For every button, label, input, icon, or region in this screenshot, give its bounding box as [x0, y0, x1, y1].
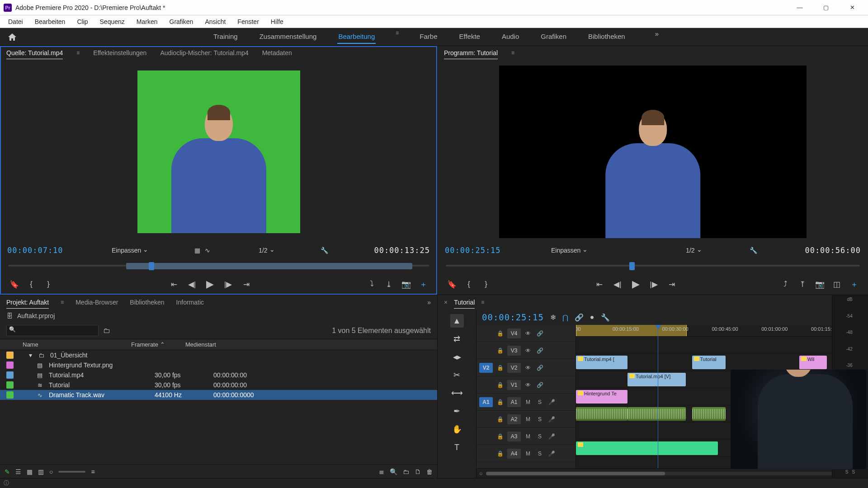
workspace-farbe[interactable]: Farbe [419, 30, 438, 44]
footer-automate-icon[interactable]: ≣ [379, 468, 384, 475]
program-goto-out-icon[interactable]: ⇥ [667, 280, 677, 289]
voice-over-icon[interactable]: 🎤 [547, 416, 556, 422]
tab-informatic[interactable]: Informatic [176, 296, 204, 308]
program-resolution-select[interactable]: 1/2 [683, 246, 702, 255]
menu-bearbeiten[interactable]: Bearbeiten [29, 17, 71, 27]
timeline-timecode[interactable]: 00:00:25:15 [482, 312, 544, 322]
sync-lock-icon[interactable]: 🔗 [535, 347, 544, 354]
source-step-back-icon[interactable]: ◀| [187, 280, 197, 289]
tl-nest-icon[interactable]: ❄ [550, 313, 556, 322]
menu-datei[interactable]: Datei [3, 17, 28, 27]
track-select-tool-icon[interactable]: ⇄ [450, 332, 464, 346]
menu-clip[interactable]: Clip [71, 17, 93, 27]
razor-tool-icon[interactable]: ✂ [450, 368, 464, 382]
home-icon[interactable] [6, 31, 18, 43]
tab-project-menu-icon[interactable]: ≡ [61, 299, 64, 305]
menu-marken[interactable]: Marken [131, 17, 163, 27]
source-insert-icon[interactable]: ⤵ [367, 280, 377, 289]
lock-icon[interactable]: 🔒 [495, 433, 505, 440]
footer-icon-view-icon[interactable]: ▦ [27, 468, 33, 475]
col-name[interactable]: Name [23, 341, 131, 348]
folder-disclosure-icon[interactable]: ▾ [29, 352, 32, 359]
clip[interactable]: Tutorial [692, 356, 726, 369]
track-label[interactable]: A3 [507, 432, 521, 441]
tab-sequence[interactable]: Tutorial [454, 296, 475, 309]
track-label[interactable]: A1 [507, 397, 521, 407]
toggle-output-icon[interactable]: M [524, 433, 533, 440]
source-viewport[interactable] [5, 60, 433, 244]
tl-scroll-left-icon[interactable]: ○ [479, 470, 482, 477]
col-framerate[interactable]: Framerate⌃ [131, 341, 185, 348]
source-goto-in-icon[interactable]: ⇤ [169, 280, 179, 289]
program-fit-select[interactable]: Einpassen [548, 246, 588, 255]
label-chip[interactable] [6, 391, 14, 399]
tl-linked-icon[interactable]: 🔗 [575, 313, 584, 322]
program-marker-icon[interactable]: 🔖 [447, 280, 457, 289]
project-search-input[interactable] [6, 325, 99, 336]
track-label[interactable]: A2 [507, 414, 521, 424]
selection-tool-icon[interactable]: ▲ [450, 314, 464, 328]
footer-new-bin-icon[interactable]: 🗀 [403, 468, 409, 475]
toggle-output-icon[interactable]: M [524, 399, 533, 405]
program-mark-in-icon[interactable]: { [464, 280, 474, 289]
lock-icon[interactable]: 🔒 [495, 330, 505, 337]
tab-sequence-menu-icon[interactable]: ≡ [481, 299, 484, 305]
program-play-button[interactable]: ▶ [631, 278, 641, 290]
track-label[interactable]: V3 [507, 346, 521, 356]
col-medienstart[interactable]: Medienstart [185, 341, 431, 348]
source-fit-select[interactable]: Einpassen [109, 246, 148, 255]
footer-new-item-icon[interactable]: 🗋 [415, 468, 421, 475]
program-step-fwd-icon[interactable]: |▶ [649, 280, 659, 289]
meter-solo-left[interactable]: S [845, 469, 849, 474]
program-scrubber[interactable] [446, 258, 860, 275]
lock-icon[interactable]: 🔒 [495, 365, 505, 371]
tab-audioclip-mischer[interactable]: Audioclip-Mischer: Tutorial.mp4 [160, 47, 248, 59]
footer-zoom-in-icon[interactable]: ≡ [91, 468, 94, 475]
sync-lock-icon[interactable]: 🔗 [535, 382, 544, 388]
menu-grafiken[interactable]: Grafiken [164, 17, 199, 27]
lock-icon[interactable]: 🔒 [495, 382, 505, 388]
project-new-bin-from-search-icon[interactable]: 🗀 [103, 327, 110, 335]
workspace-bearbeitung[interactable]: Bearbeitung [337, 30, 376, 44]
source-drag-audio-icon[interactable]: ∿ [205, 247, 210, 254]
project-row[interactable]: ≋Tutorial30,00 fps00:00:00:00 [0, 380, 437, 390]
program-settings-icon[interactable]: 🔧 [750, 247, 757, 254]
program-button-editor-icon[interactable]: ＋ [849, 279, 859, 290]
project-row[interactable]: ▤Tutorial.mp430,00 fps00:00:00:00 [0, 370, 437, 380]
workspace-training[interactable]: Training [212, 30, 239, 44]
menu-fenster[interactable]: Fenster [232, 17, 264, 27]
source-settings-icon[interactable]: 🔧 [321, 247, 328, 254]
workspace-bibliotheken[interactable]: Bibliotheken [587, 30, 626, 44]
track-lane-v4[interactable] [576, 337, 868, 354]
pen-tool-icon[interactable]: ✒ [450, 404, 464, 418]
sync-lock-icon[interactable]: 🔗 [535, 330, 544, 337]
toggle-output-icon[interactable]: 👁 [524, 365, 533, 371]
ripple-edit-tool-icon[interactable]: ◂▸ [450, 350, 464, 364]
source-overwrite-icon[interactable]: ⤓ [384, 280, 394, 289]
track-label[interactable]: V4 [507, 328, 521, 338]
tl-snap-icon[interactable]: ⋂ [562, 313, 568, 322]
tab-program-menu-icon[interactable]: ≡ [511, 50, 514, 56]
solo-icon[interactable]: S [535, 450, 544, 457]
workspace-grafiken[interactable]: Grafiken [540, 30, 567, 44]
menu-hilfe[interactable]: Hilfe [265, 17, 289, 27]
menu-sequenz[interactable]: Sequenz [94, 17, 130, 27]
menu-ansicht[interactable]: Ansicht [199, 17, 231, 27]
program-timecode-current[interactable]: 00:00:25:15 [445, 246, 501, 255]
voice-over-icon[interactable]: 🎤 [547, 433, 556, 440]
footer-list-view-icon[interactable]: ☰ [15, 468, 21, 475]
window-close-button[interactable]: ✕ [839, 0, 865, 15]
source-play-button[interactable]: ▶ [205, 278, 215, 290]
source-step-fwd-icon[interactable]: |▶ [223, 280, 233, 289]
tl-settings-icon[interactable]: 🔧 [601, 313, 610, 322]
label-chip[interactable] [6, 352, 14, 359]
source-timecode-current[interactable]: 00:00:07:10 [7, 246, 63, 255]
label-chip[interactable] [6, 371, 14, 379]
program-export-frame-icon[interactable]: 📷 [815, 280, 825, 289]
footer-pen-icon[interactable]: ✎ [5, 468, 10, 475]
clip[interactable] [576, 441, 718, 455]
tab-program[interactable]: Programm: Tutorial [444, 47, 498, 59]
workspace-audio[interactable]: Audio [501, 30, 520, 44]
toggle-output-icon[interactable]: M [524, 450, 533, 457]
source-drag-video-icon[interactable]: ▦ [194, 247, 200, 254]
